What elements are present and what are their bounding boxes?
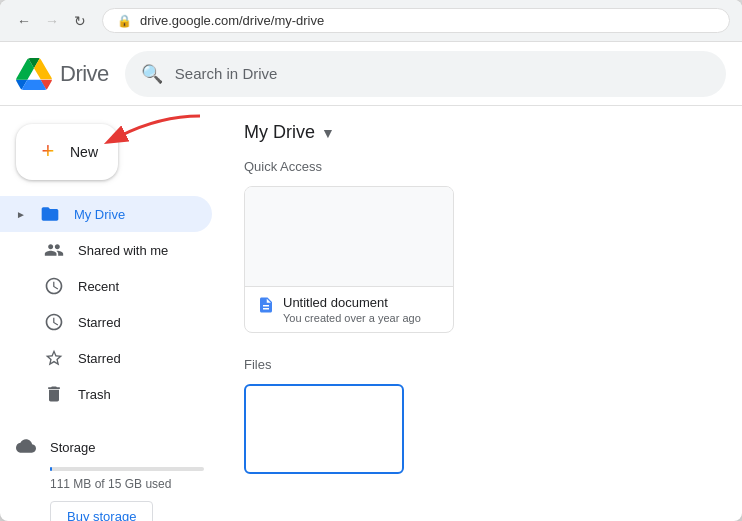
folder-icon bbox=[40, 204, 60, 224]
header-logo: Drive bbox=[16, 58, 109, 90]
browser-chrome: ← → ↻ 🔒 drive.google.com/drive/my-drive bbox=[0, 0, 742, 42]
sidebar-item-trash[interactable]: Trash bbox=[0, 376, 212, 412]
file-details: Untitled document You created over a yea… bbox=[283, 295, 421, 324]
buy-storage-button[interactable]: Buy storage bbox=[50, 501, 153, 521]
cloud-icon bbox=[16, 436, 36, 459]
sidebar-item-my-drive[interactable]: ► My Drive bbox=[0, 196, 212, 232]
back-button[interactable]: ← bbox=[12, 9, 36, 33]
storage-text-label: Storage bbox=[50, 440, 96, 455]
sidebar-item-shared[interactable]: Shared with me bbox=[0, 232, 212, 268]
sidebar: New ► My Drive bbox=[0, 106, 220, 521]
plus-icon bbox=[36, 140, 60, 164]
file-name: Untitled document bbox=[283, 295, 421, 310]
app-header: Drive 🔍 Search in Drive bbox=[0, 42, 742, 106]
star-outline-icon bbox=[44, 348, 64, 368]
address-bar[interactable]: 🔒 drive.google.com/drive/my-drive bbox=[102, 8, 730, 33]
my-drive-chevron: ► bbox=[16, 209, 26, 220]
trash-icon bbox=[44, 384, 64, 404]
shared-label: Shared with me bbox=[78, 243, 168, 258]
search-placeholder-text: Search in Drive bbox=[175, 65, 278, 82]
doc-icon bbox=[257, 296, 275, 314]
my-drive-label: My Drive bbox=[74, 207, 125, 222]
file-preview bbox=[245, 187, 453, 287]
main-content: New ► My Drive bbox=[0, 106, 742, 521]
clock-icon bbox=[44, 276, 64, 296]
starred2-label: Starred bbox=[78, 351, 121, 366]
drive-title: My Drive bbox=[244, 122, 315, 143]
people-icon bbox=[44, 240, 64, 260]
reload-button[interactable]: ↻ bbox=[68, 9, 92, 33]
new-button[interactable]: New bbox=[16, 124, 118, 180]
drive-logo-text: Drive bbox=[60, 61, 109, 87]
drive-content: My Drive ▼ Quick Access Untitled documen… bbox=[220, 106, 742, 521]
search-icon: 🔍 bbox=[141, 63, 163, 85]
browser-window: ← → ↻ 🔒 drive.google.com/drive/my-drive … bbox=[0, 0, 742, 521]
recent-label: Recent bbox=[78, 279, 119, 294]
lock-icon: 🔒 bbox=[117, 14, 132, 28]
title-dropdown-icon[interactable]: ▼ bbox=[321, 125, 335, 141]
drive-logo-icon bbox=[16, 58, 52, 90]
storage-label: Storage bbox=[16, 436, 204, 459]
file-card[interactable]: Untitled document You created over a yea… bbox=[244, 186, 454, 333]
file-card-info: Untitled document You created over a yea… bbox=[245, 287, 453, 332]
url-text: drive.google.com/drive/my-drive bbox=[140, 13, 324, 28]
storage-used-text: 111 MB of 15 GB used bbox=[50, 477, 204, 491]
star-icon bbox=[44, 312, 64, 332]
nav-buttons: ← → ↻ bbox=[12, 9, 92, 33]
content-title: My Drive ▼ bbox=[244, 122, 718, 143]
file-date: You created over a year ago bbox=[283, 312, 421, 324]
file-thumbnail[interactable] bbox=[244, 384, 404, 474]
storage-section: Storage 111 MB of 15 GB used Buy storage bbox=[0, 428, 220, 521]
quick-access-label: Quick Access bbox=[244, 159, 718, 174]
files-label: Files bbox=[244, 357, 718, 372]
files-grid bbox=[244, 384, 718, 474]
new-button-label: New bbox=[70, 144, 98, 160]
sidebar-item-starred2[interactable]: Starred bbox=[0, 340, 212, 376]
search-bar[interactable]: 🔍 Search in Drive bbox=[125, 51, 726, 97]
forward-button[interactable]: → bbox=[40, 9, 64, 33]
storage-bar-fill bbox=[50, 467, 52, 471]
starred-label: Starred bbox=[78, 315, 121, 330]
quick-access-grid: Untitled document You created over a yea… bbox=[244, 186, 718, 333]
sidebar-item-recent[interactable]: Recent bbox=[0, 268, 212, 304]
storage-bar-container bbox=[50, 467, 204, 471]
trash-label: Trash bbox=[78, 387, 111, 402]
sidebar-item-starred[interactable]: Starred bbox=[0, 304, 212, 340]
